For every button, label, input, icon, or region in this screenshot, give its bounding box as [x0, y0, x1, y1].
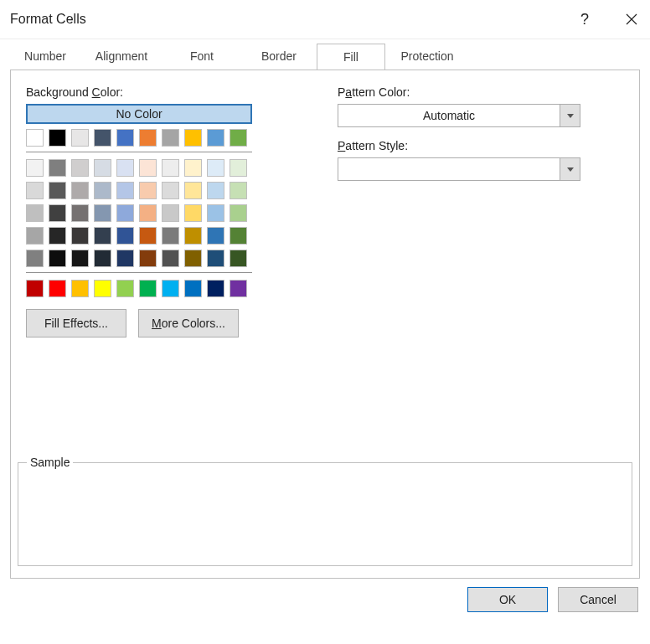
color-swatch[interactable] [26, 227, 44, 245]
color-swatch[interactable] [184, 280, 202, 297]
pattern-style-value [338, 158, 560, 180]
no-color-button[interactable]: No Color [26, 104, 252, 124]
color-swatch[interactable] [230, 129, 247, 147]
titlebar: Format Cells ? [0, 0, 650, 39]
color-swatch[interactable] [116, 280, 134, 297]
color-swatch[interactable] [184, 204, 202, 222]
color-swatch[interactable] [94, 204, 111, 222]
color-swatch[interactable] [184, 227, 202, 245]
color-swatch[interactable] [116, 182, 134, 199]
tab-number[interactable]: Number [10, 43, 80, 70]
color-swatch[interactable] [230, 204, 247, 222]
color-swatch[interactable] [139, 159, 157, 177]
color-swatch[interactable] [139, 204, 157, 222]
color-swatch[interactable] [26, 250, 44, 267]
help-button[interactable]: ? [573, 8, 596, 31]
titlebar-separator [0, 39, 650, 39]
color-swatch[interactable] [230, 250, 247, 267]
tab-border[interactable]: Border [241, 43, 317, 70]
color-swatch[interactable] [139, 182, 157, 199]
color-swatch[interactable] [49, 204, 66, 222]
color-swatch[interactable] [207, 182, 224, 199]
color-swatch[interactable] [116, 159, 134, 177]
color-swatch[interactable] [49, 129, 66, 147]
tab-panel: Background Color: No Color Fill Effects.… [10, 70, 640, 579]
color-swatch[interactable] [26, 129, 44, 147]
close-icon [626, 13, 637, 25]
color-swatch[interactable] [71, 250, 89, 267]
color-swatch[interactable] [162, 182, 179, 199]
color-swatch[interactable] [116, 204, 134, 222]
color-swatch[interactable] [71, 204, 89, 222]
color-swatch[interactable] [207, 280, 224, 297]
color-swatch[interactable] [71, 227, 89, 245]
color-swatch[interactable] [94, 129, 111, 147]
sample-label: Sample [27, 456, 73, 469]
close-button[interactable] [620, 8, 643, 31]
pattern-style-label: Pattern Style: [338, 139, 624, 152]
color-swatch[interactable] [26, 159, 44, 177]
color-swatch[interactable] [162, 280, 179, 297]
color-swatch[interactable] [162, 204, 179, 222]
color-swatch[interactable] [49, 250, 66, 267]
color-swatch[interactable] [184, 182, 202, 199]
color-swatch[interactable] [49, 280, 66, 297]
color-swatch[interactable] [230, 227, 247, 245]
color-swatch[interactable] [184, 159, 202, 177]
pattern-style-dropdown[interactable] [338, 157, 580, 181]
color-swatch[interactable] [207, 227, 224, 245]
color-swatch[interactable] [26, 182, 44, 199]
color-swatch[interactable] [207, 129, 224, 147]
color-swatch[interactable] [71, 129, 89, 147]
color-swatch[interactable] [162, 227, 179, 245]
color-swatch[interactable] [162, 129, 179, 147]
color-swatch[interactable] [94, 227, 111, 245]
tab-protection[interactable]: Protection [385, 43, 469, 70]
color-swatch[interactable] [49, 227, 66, 245]
tab-fill[interactable]: Fill [317, 44, 385, 70]
color-swatch[interactable] [139, 280, 157, 297]
tab-alignment[interactable]: Alignment [80, 43, 162, 70]
color-swatch[interactable] [116, 250, 134, 267]
color-swatch[interactable] [207, 159, 224, 177]
color-swatch[interactable] [94, 182, 111, 199]
color-swatch[interactable] [207, 250, 224, 267]
color-swatch[interactable] [139, 129, 157, 147]
dialog-footer: OK Cancel [0, 579, 650, 612]
pattern-color-dropdown[interactable]: Automatic [338, 104, 580, 127]
color-swatch[interactable] [94, 159, 111, 177]
color-swatch[interactable] [162, 250, 179, 267]
color-swatch[interactable] [94, 250, 111, 267]
pattern-section: Pattern Color: Automatic Pattern Style: [319, 85, 624, 337]
more-colors-button[interactable]: More Colors... [138, 309, 239, 337]
color-swatch[interactable] [116, 129, 134, 147]
color-swatch[interactable] [49, 159, 66, 177]
color-swatch[interactable] [230, 280, 247, 297]
color-swatch[interactable] [71, 280, 89, 297]
color-swatch[interactable] [71, 182, 89, 199]
ok-button[interactable]: OK [467, 587, 548, 612]
color-swatch[interactable] [139, 227, 157, 245]
cancel-button[interactable]: Cancel [558, 587, 638, 612]
color-swatch[interactable] [26, 204, 44, 222]
color-swatch[interactable] [139, 250, 157, 267]
color-swatch[interactable] [207, 204, 224, 222]
color-swatch[interactable] [230, 159, 247, 177]
color-swatch[interactable] [184, 129, 202, 147]
color-swatch[interactable] [116, 227, 134, 245]
color-swatch[interactable] [71, 159, 89, 177]
tabs: Number Alignment Font Border Fill Protec… [0, 43, 650, 70]
color-swatch[interactable] [94, 280, 111, 297]
color-swatch[interactable] [230, 182, 247, 199]
color-swatch[interactable] [184, 250, 202, 267]
color-swatch[interactable] [49, 182, 66, 199]
tab-font[interactable]: Font [162, 43, 241, 70]
color-swatch[interactable] [26, 280, 44, 297]
fill-effects-button[interactable]: Fill Effects... [26, 309, 126, 337]
color-swatch[interactable] [162, 159, 179, 177]
dialog-title: Format Cells [10, 12, 86, 27]
chevron-down-icon [560, 158, 580, 180]
pattern-color-label: Pattern Color: [338, 85, 624, 99]
sample-box: Sample [18, 462, 632, 566]
background-color-section: Background Color: No Color Fill Effects.… [26, 85, 319, 337]
